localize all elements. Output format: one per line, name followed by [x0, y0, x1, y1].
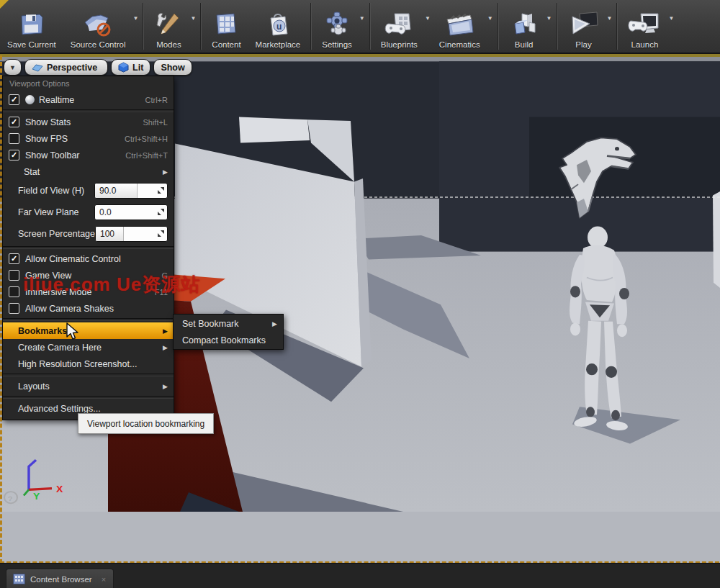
far-view-plane-input[interactable]: 0.0	[94, 204, 168, 220]
marketplace-icon: u	[265, 10, 291, 39]
toolbar-separator	[310, 3, 312, 50]
menu-item-far-view-plane: Far View Plane 0.0	[3, 202, 174, 223]
save-current-button[interactable]: Save Current	[0, 0, 63, 53]
blueprints-button[interactable]: Blueprints	[374, 0, 425, 53]
content-browser-tab[interactable]: Content Browser ×	[6, 569, 114, 588]
modes-caret-icon[interactable]: ▼	[190, 15, 196, 22]
field-of-view-input[interactable]: 90.0	[94, 183, 168, 199]
lit-label: Lit	[132, 63, 143, 73]
menu-item-show-toolbar[interactable]: ✓ Show Toolbar Ctrl+Shift+T	[3, 147, 174, 163]
viewport-top-border	[0, 54, 720, 57]
menu-item-show-stats[interactable]: ✓ Show Stats Shift+L	[3, 114, 174, 130]
immersive-mode-checkbox[interactable]	[9, 286, 19, 297]
play-caret-icon[interactable]: ▼	[607, 15, 613, 22]
viewport-options-menu: Viewport Options ✓ Realtime Ctrl+R ✓ Sho…	[2, 76, 174, 420]
menu-separator	[3, 246, 174, 249]
build-caret-icon[interactable]: ▼	[546, 15, 552, 22]
toolbar-separator	[143, 3, 144, 50]
modes-icon	[154, 10, 183, 39]
menu-separator	[3, 109, 174, 112]
toolbar-separator	[200, 3, 202, 50]
cinematics-caret-icon[interactable]: ▼	[487, 15, 493, 22]
submenu-arrow-icon: ▶	[272, 320, 277, 327]
launch-caret-icon[interactable]: ▼	[668, 15, 674, 22]
tooltip: Viewport location bookmarking	[78, 413, 214, 434]
viewport-options-button[interactable]: ▼	[4, 59, 22, 76]
menu-item-immersive-mode[interactable]: Immersive Mode F11	[3, 284, 174, 300]
menu-item-show-fps[interactable]: Show FPS Ctrl+Shift+H	[3, 130, 174, 147]
content-browser-tab-label: Content Browser	[30, 575, 92, 584]
lit-button[interactable]: Lit	[111, 59, 150, 76]
help-icon: ?	[8, 494, 12, 502]
menu-item-create-camera-here[interactable]: Create Camera Here ▶	[3, 339, 174, 356]
perspective-label: Perspective	[47, 63, 97, 73]
show-stats-checkbox[interactable]: ✓	[9, 117, 19, 127]
menu-item-layouts[interactable]: Layouts ▶	[3, 378, 174, 394]
modes-button[interactable]: Modes	[147, 0, 190, 53]
axis-x-label: X	[56, 484, 63, 494]
cinematics-button[interactable]: Cinematics	[432, 0, 487, 53]
tooltip-text: Viewport location bookmarking	[87, 419, 204, 429]
menu-item-allow-cinematic-control[interactable]: ✓ Allow Cinematic Control	[3, 250, 174, 267]
menu-separator	[3, 396, 174, 399]
close-icon[interactable]: ×	[102, 575, 106, 584]
menu-item-field-of-view: Field of View (H) 90.0	[3, 180, 174, 202]
drag-spinner-icon[interactable]	[157, 208, 165, 216]
screen-percentage-input[interactable]: 100	[95, 226, 168, 242]
perspective-button[interactable]: Perspective	[24, 59, 108, 76]
build-button[interactable]: Build	[502, 0, 546, 53]
toolbar-separator	[369, 3, 371, 50]
toolbar-separator	[616, 3, 618, 50]
back-cube-left-face	[239, 117, 310, 143]
source-control-button[interactable]: Source Control	[63, 0, 133, 53]
content-browser-icon	[13, 574, 25, 584]
cinematics-icon	[443, 10, 476, 39]
game-view-checkbox[interactable]	[9, 270, 19, 281]
axis-y-label: Y	[33, 492, 40, 502]
menu-item-bookmarks[interactable]: Bookmarks ▶	[3, 322, 174, 339]
content-button[interactable]: Content	[204, 0, 248, 53]
allow-camera-shakes-checkbox[interactable]	[9, 303, 19, 314]
save-icon	[18, 10, 45, 39]
menu-item-stat[interactable]: Stat ▶	[3, 163, 174, 180]
submenu-arrow-icon: ▶	[163, 383, 168, 390]
settings-caret-icon[interactable]: ▼	[359, 15, 365, 22]
svg-text:u: u	[276, 22, 282, 32]
menu-separator	[3, 318, 174, 321]
menu-item-screen-percentage: Screen Percentage 100	[3, 223, 174, 245]
settings-icon	[323, 10, 351, 39]
build-icon	[509, 10, 539, 39]
launch-icon	[628, 10, 661, 39]
allow-cinematic-control-checkbox[interactable]: ✓	[9, 253, 19, 264]
drag-spinner-icon[interactable]	[157, 186, 165, 194]
submenu-item-compact-bookmarks[interactable]: Compact Bookmarks	[174, 332, 283, 348]
show-toolbar-checkbox[interactable]: ✓	[9, 150, 19, 160]
marketplace-button[interactable]: u Marketplace	[248, 0, 308, 53]
play-button[interactable]: Play	[561, 0, 607, 53]
menu-separator	[3, 374, 174, 376]
toolbar-separator	[498, 3, 499, 50]
menu-section-header: Viewport Options	[3, 76, 174, 91]
play-icon	[568, 10, 600, 39]
corner-decoration	[0, 0, 9, 9]
source-control-caret-icon[interactable]: ▼	[132, 15, 138, 22]
menu-item-high-resolution-screenshot[interactable]: High Resolution Screenshot...	[3, 356, 174, 372]
blueprints-caret-icon[interactable]: ▼	[425, 15, 431, 22]
submenu-item-set-bookmark[interactable]: Set Bookmark ▶	[174, 315, 283, 332]
show-button[interactable]: Show	[153, 59, 192, 76]
show-label: Show	[161, 63, 184, 73]
realtime-checkbox[interactable]: ✓	[9, 94, 19, 105]
submenu-arrow-icon: ▶	[163, 327, 168, 335]
drag-spinner-icon[interactable]	[157, 230, 165, 238]
blueprints-icon	[383, 10, 415, 39]
settings-button[interactable]: Settings	[315, 0, 359, 53]
menu-item-game-view[interactable]: Game View G	[3, 267, 174, 284]
launch-button[interactable]: Launch	[621, 0, 668, 53]
menu-item-realtime[interactable]: ✓ Realtime Ctrl+R	[3, 91, 174, 108]
menu-item-allow-camera-shakes[interactable]: Allow Camera Shakes	[3, 300, 174, 317]
content-icon	[212, 10, 240, 39]
submenu-arrow-icon: ▶	[163, 168, 168, 176]
realtime-icon	[25, 95, 35, 104]
toolbar-separator	[557, 3, 558, 50]
show-fps-checkbox[interactable]	[9, 133, 19, 144]
